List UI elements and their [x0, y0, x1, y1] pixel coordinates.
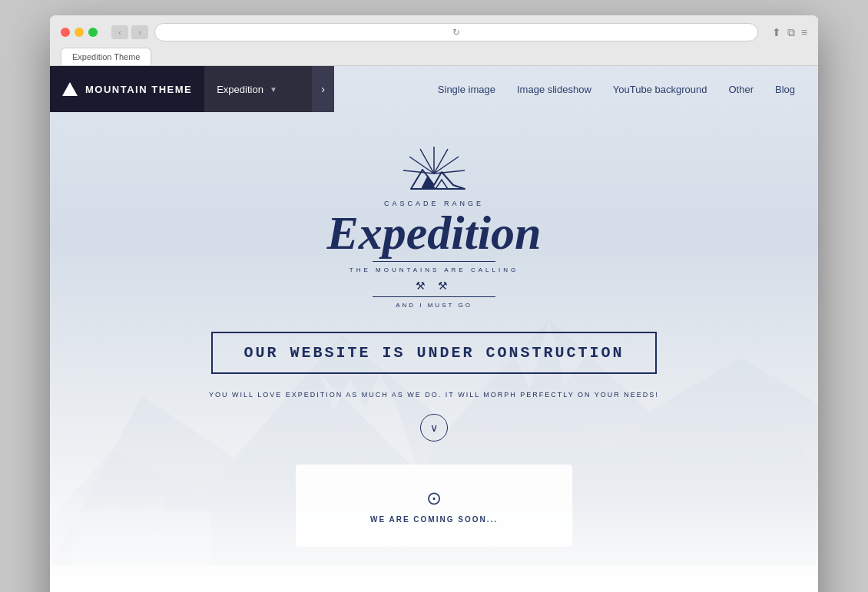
nav-links: Single image Image slideshow YouTube bac…: [334, 66, 818, 112]
close-button[interactable]: [61, 28, 70, 37]
clock-icon: ⊙: [426, 488, 442, 509]
nav-link-single-image[interactable]: Single image: [438, 84, 495, 95]
website-content: MOUNTAIN THEME Expedition ▼ › Single ima…: [50, 66, 818, 592]
scroll-down-button[interactable]: ∨: [420, 414, 448, 442]
dropdown-selected: Expedition: [217, 84, 263, 95]
countdown-row: 142 17 34 47: [50, 570, 818, 592]
share-icon[interactable]: ⬆: [772, 26, 781, 39]
nav-arrow-button[interactable]: ›: [312, 66, 334, 112]
browser-tabs: Expedition Theme: [61, 48, 807, 65]
forward-button[interactable]: ›: [131, 25, 148, 39]
coming-soon-card: ⊙ WE ARE COMING SOON...: [296, 465, 572, 547]
countdown-minutes: 34: [468, 585, 509, 592]
logo-tools-icon: ⚒ ⚒: [326, 279, 541, 292]
chevron-down-icon: ∨: [430, 422, 438, 434]
under-construction-heading: OUR WEBSITE IS UNDER CONSTRUCTION: [244, 344, 624, 362]
svg-line-9: [434, 149, 448, 174]
nav-link-other[interactable]: Other: [728, 84, 754, 95]
back-button[interactable]: ‹: [111, 25, 128, 39]
site-navigation: MOUNTAIN THEME Expedition ▼ › Single ima…: [50, 66, 818, 112]
under-construction-box: OUR WEBSITE IS UNDER CONSTRUCTION: [211, 332, 656, 374]
logo-tagline: THE MOUNTAINS ARE CALLING: [326, 266, 541, 273]
logo-expedition-text: Expedition: [326, 209, 541, 256]
logo-line-top: [373, 261, 495, 262]
chevron-down-icon: ▼: [270, 85, 277, 94]
countdown-hours: 17: [380, 585, 422, 592]
browser-nav: ‹ ›: [111, 25, 148, 39]
days-number: 142: [272, 585, 334, 592]
countdown-days: 142: [272, 585, 334, 592]
browser-chrome: ‹ › ↻ ⬆ ⧉ ≡ Expedition Theme: [50, 15, 818, 66]
logo-sunburst: [380, 143, 488, 197]
under-construction-subtext: YOU WILL LOVE EXPEDITION AS MUCH AS WE D…: [209, 391, 659, 399]
nav-link-image-slideshow[interactable]: Image slideshow: [517, 84, 591, 95]
minimize-button[interactable]: [75, 28, 84, 37]
expedition-logo: CASCADE RANGE Expedition THE MOUNTAINS A…: [326, 143, 541, 309]
browser-window: ‹ › ↻ ⬆ ⧉ ≡ Expedition Theme: [50, 15, 818, 592]
traffic-lights: [61, 28, 98, 37]
nav-link-youtube-background[interactable]: YouTube background: [613, 84, 707, 95]
svg-marker-14: [421, 175, 436, 189]
minutes-number: 34: [468, 585, 509, 592]
browser-toolbar-right: ⬆ ⧉ ≡: [772, 26, 807, 39]
hours-number: 17: [380, 585, 422, 592]
address-bar[interactable]: ↻: [154, 23, 758, 41]
countdown-seconds: 47: [555, 585, 597, 592]
svg-marker-15: [436, 180, 448, 189]
nav-link-blog[interactable]: Blog: [775, 84, 795, 95]
theme-dropdown[interactable]: Expedition ▼: [204, 66, 312, 112]
logo-and-i-must-go: AND I MUST GO: [326, 302, 541, 309]
hero-section: CASCADE RANGE Expedition THE MOUNTAINS A…: [50, 112, 818, 570]
refresh-icon: ↻: [452, 27, 460, 38]
triangle-icon: [62, 82, 78, 96]
brand-name: MOUNTAIN THEME: [85, 84, 192, 95]
maximize-button[interactable]: [88, 28, 98, 37]
seconds-number: 47: [555, 585, 597, 592]
brand-logo: MOUNTAIN THEME: [50, 66, 204, 112]
tabs-icon[interactable]: ⧉: [787, 26, 795, 39]
sidebar-icon[interactable]: ≡: [801, 26, 807, 39]
coming-soon-text: WE ARE COMING SOON...: [370, 515, 498, 524]
logo-line-bottom: [373, 296, 495, 297]
active-tab[interactable]: Expedition Theme: [61, 48, 151, 65]
